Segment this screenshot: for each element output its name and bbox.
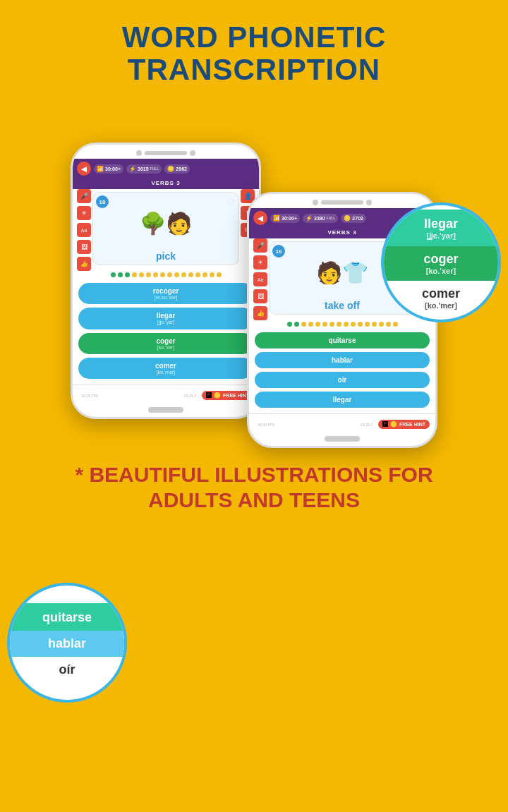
dot-active-r [287, 322, 292, 327]
page: WORD PHONETIC TRANSCRIPTION llegar [ʝje.… [0, 0, 508, 812]
coin-icon-left: 🪙 [167, 166, 174, 172]
dot-active-r [294, 322, 299, 327]
answer-word-3-right: oír [262, 376, 423, 384]
answer-phonetic-3-left: [ko.'xer] [85, 345, 246, 350]
dot-inactive-r [337, 322, 341, 327]
answer-word-1-left: recoger [85, 287, 246, 295]
hint-bar-left: V9.25 FPS V9.25.2 🅿 🟡 FREE HINT [73, 388, 259, 403]
dot-inactive [167, 272, 172, 277]
thumb-icon-left[interactable]: 👍 [77, 257, 91, 271]
phone-bottom-left [73, 403, 259, 417]
phone-left-app-header: ◀ 📶 30:00+ ⚡ 3015 FULL 🪙 2962 [73, 159, 259, 178]
answer-btn-3-left[interactable]: coger [ko.'xer] [78, 333, 253, 354]
hint-icon-left: 🅿 [206, 392, 212, 399]
lightning-icon-left: ⚡ [129, 166, 136, 172]
coin-icon-right: 🪙 [344, 215, 351, 222]
hint-coin-left: 🟡 [214, 392, 221, 399]
circle-right-phonetic-1: [ʝje.'yar] [426, 231, 456, 241]
card-word-right: take off [325, 300, 360, 311]
fps-left-left: V9.25 FPS [81, 394, 98, 398]
card-star-left[interactable]: ☆ [226, 195, 236, 207]
bottom-line2: ADULTS AND TEENS [14, 487, 494, 513]
answer-btn-1-right[interactable]: quitarse [255, 332, 430, 349]
dot-inactive [139, 272, 144, 277]
phone-right-camera [313, 200, 318, 205]
photo-icon-left[interactable]: 🖼 [77, 240, 91, 254]
xp-value-right: 3380 [314, 216, 325, 221]
dot-inactive [195, 272, 200, 277]
circle-right-word-1: llegar [424, 217, 458, 231]
hint-coin-right: 🟡 [390, 421, 397, 428]
phone-left-speaker [145, 151, 187, 155]
home-button-right[interactable] [325, 436, 360, 442]
coins-badge-left: 🪙 2962 [164, 164, 190, 174]
card-illustration-left: 🌳🧑 [138, 198, 194, 248]
sidebar-left-left: 🎤 ☀ Aa 🖼 👍 [77, 189, 91, 271]
dot-inactive-r [372, 322, 377, 327]
hint-badge-left[interactable]: 🅿 🟡 FREE HINT [202, 391, 253, 400]
answer-btn-1-left[interactable]: recoger [re.ko.'xer] [78, 283, 253, 304]
answer-phonetic-2-left: [ʝje.'yar] [85, 320, 246, 325]
xp-label-left: FULL [150, 166, 159, 171]
sun-icon-right[interactable]: ☀ [253, 255, 267, 269]
section-label-left: VERBS 3 [73, 178, 259, 189]
answer-word-4-right: llegar [262, 396, 423, 404]
mic-icon-left[interactable]: 🎤 [77, 189, 91, 203]
xp-badge-right: ⚡ 3380 FULL [303, 214, 338, 223]
dot-inactive-r [351, 322, 356, 327]
back-button-left[interactable]: ◀ [77, 162, 91, 176]
progress-dots-right [249, 317, 435, 329]
circle-right: llegar [ʝje.'yar] coger [ko.'xer] comer … [381, 202, 501, 322]
dot-active [118, 272, 123, 277]
title-section: WORD PHONETIC TRANSCRIPTION [0, 0, 508, 93]
dot-inactive [146, 272, 151, 277]
bottom-line1: * BEAUTIFUL ILLUSTRATIONS FOR [14, 462, 494, 487]
hint-text-right: FREE HINT [399, 422, 425, 427]
answer-phonetic-1-left: [re.ko.'xer] [85, 295, 246, 300]
card-inner-left: 18 ☆ 🌳🧑 pick [92, 192, 239, 265]
dot-inactive [132, 272, 137, 277]
phone-right-speaker [321, 200, 363, 205]
dot-inactive [153, 272, 158, 277]
phone-left: ◀ 📶 30:00+ ⚡ 3015 FULL 🪙 2962 VERBS 3 [71, 143, 261, 419]
circle-left: quitarse hablar oír [7, 583, 127, 703]
dot-inactive-r [344, 322, 349, 327]
hint-bar-right: V9.42 FPS V9.25.2 🅿 🟡 FREE HINT [249, 417, 435, 432]
xp-value-left: 3015 [138, 166, 149, 171]
answer-btn-4-right[interactable]: llegar [255, 392, 430, 408]
sun-icon-left[interactable]: ☀ [77, 206, 91, 220]
dot-inactive-r [393, 322, 398, 327]
progress-dots-left [73, 268, 259, 280]
card-illustration-right: 🧑👕 [314, 248, 370, 297]
phone-bottom-right [249, 432, 435, 446]
time-value-left: 30:00+ [105, 166, 121, 171]
dot-active [111, 272, 116, 277]
answer-btn-2-right[interactable]: hablar [255, 352, 430, 368]
dot-inactive [210, 272, 214, 277]
back-button-right[interactable]: ◀ [253, 211, 267, 225]
answer-word-2-right: hablar [262, 356, 423, 364]
answer-word-3-left: coger [85, 337, 246, 345]
dot-active [125, 272, 130, 277]
home-button-left[interactable] [148, 407, 183, 413]
aa-icon-right[interactable]: Aa [253, 272, 267, 286]
mic-icon-right[interactable]: 🎤 [253, 238, 267, 253]
thumb-icon-right[interactable]: 👍 [253, 306, 267, 320]
answer-btn-2-left[interactable]: llegar [ʝje.'yar] [78, 308, 253, 329]
phone-left-top-bar [73, 145, 259, 159]
photo-icon-right[interactable]: 🖼 [253, 289, 267, 303]
card-number-left: 18 [96, 195, 109, 208]
xp-badge-left: ⚡ 3015 FULL [126, 164, 162, 174]
fps-right-right: V9.25.2 [361, 423, 373, 427]
title-line2: TRANSCRIPTION [14, 54, 494, 86]
fps-left-right: V9.42 FPS [258, 423, 274, 427]
answer-btn-4-left[interactable]: comer [ko.'mer] [78, 358, 253, 379]
dot-inactive-r [329, 322, 334, 327]
aa-icon-left[interactable]: Aa [77, 223, 91, 237]
dot-inactive [202, 272, 207, 277]
divider-left [73, 384, 259, 385]
answer-btn-3-right[interactable]: oír [255, 372, 430, 388]
answer-word-1-right: quitarse [262, 337, 423, 344]
hint-badge-right[interactable]: 🅿 🟡 FREE HINT [378, 420, 430, 429]
coins-value-left: 2962 [176, 166, 187, 171]
